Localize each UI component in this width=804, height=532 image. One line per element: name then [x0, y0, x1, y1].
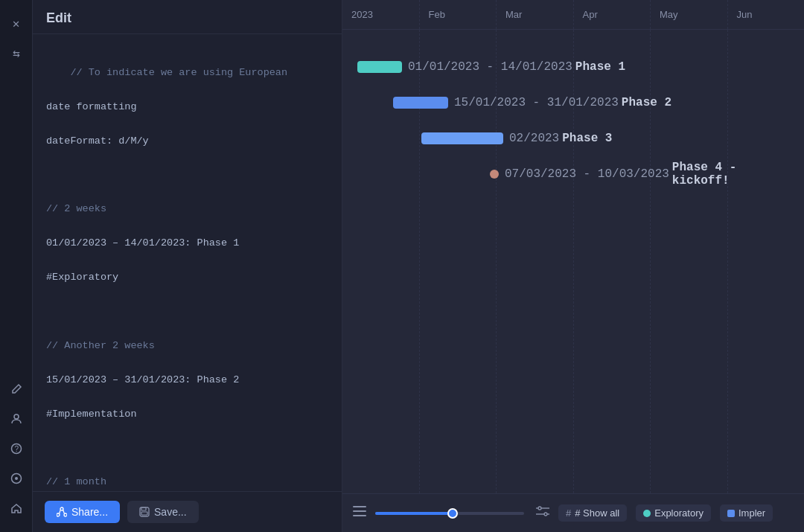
slider-thumb[interactable] [447, 508, 458, 519]
bar-phase1-label: 01/01/2023 - 14/01/2023 [408, 60, 572, 74]
gantt-row-phase4: 07/03/2023 - 10/03/2023 Phase 4 - kickof… [342, 158, 804, 190]
svg-point-0 [14, 414, 19, 419]
editor-footer: Share... Save... [33, 491, 342, 532]
gantt-row-phase1: 01/01/2023 - 14/01/2023 Phase 1 [342, 51, 804, 83]
slider-fill [375, 512, 457, 515]
exploratory-dot [643, 510, 651, 517]
svg-point-14 [538, 507, 541, 510]
svg-text:?: ? [14, 445, 19, 453]
gantt-footer: # # Show all Exploratory Impler [342, 493, 804, 532]
editor-title: Edit [33, 0, 342, 34]
hamburger-icon[interactable] [353, 506, 366, 520]
bar-phase1 [357, 61, 402, 73]
month-mar: Mar [497, 0, 574, 29]
implementation-label: Impler [738, 507, 765, 519]
show-all-label: # Show all [575, 507, 619, 519]
github-icon[interactable] [4, 467, 28, 490]
bar-phase2-name: Phase 2 [622, 96, 671, 109]
zoom-slider[interactable] [375, 512, 524, 515]
bar-phase3-label: 02/2023 [509, 132, 559, 145]
user-icon[interactable] [4, 407, 28, 431]
month-2023: 2023 [342, 0, 420, 29]
gantt-row-phase2: 15/01/2023 - 31/01/2023 Phase 2 [342, 86, 804, 119]
exploratory-tag[interactable]: Exploratory [636, 504, 711, 522]
bar-phase3 [421, 132, 503, 144]
sidebar-icons: ✕ ⇄ ? [0, 0, 33, 532]
gantt-header: 2023 Feb Mar Apr May Jun [342, 0, 804, 30]
exploratory-label: Exploratory [654, 507, 704, 519]
save-button[interactable]: Save... [127, 501, 199, 523]
svg-rect-11 [353, 506, 366, 507]
bar-phase4-label: 07/03/2023 - 10/03/2023 [505, 167, 669, 181]
hash-icon: # [566, 507, 571, 519]
show-all-tag[interactable]: # # Show all [558, 504, 627, 522]
implementation-tag[interactable]: Impler [720, 504, 773, 522]
share-icon [57, 507, 67, 517]
help-icon[interactable]: ? [4, 437, 28, 461]
bar-phase2-label: 15/01/2023 - 31/01/2023 [454, 96, 619, 109]
implementation-dot [727, 510, 735, 517]
save-icon [139, 507, 150, 517]
svg-point-4 [15, 477, 18, 480]
share-button[interactable]: Share... [45, 501, 120, 523]
bar-phase1-name: Phase 1 [575, 60, 625, 74]
home-icon[interactable] [4, 496, 28, 520]
svg-point-17 [544, 513, 547, 516]
bar-phase4-name: Phase 4 - kickoff! [672, 161, 797, 188]
month-apr: Apr [574, 0, 651, 29]
svg-rect-13 [353, 515, 366, 516]
month-jun: Jun [728, 0, 805, 29]
gantt-body: 01/01/2023 - 14/01/2023 Phase 1 15/01/20… [342, 30, 804, 493]
bar-phase2 [393, 97, 448, 109]
dot-phase4 [490, 170, 499, 179]
gantt-row-phase3: 02/2023 Phase 3 [342, 122, 804, 155]
svg-rect-12 [353, 510, 366, 512]
svg-point-6 [57, 513, 60, 516]
edit-icon[interactable] [4, 377, 28, 401]
month-feb: Feb [420, 0, 497, 29]
bar-phase3-name: Phase 3 [562, 132, 612, 145]
filter-icon[interactable] [536, 505, 549, 521]
refresh-icon[interactable]: ⇄ [4, 42, 28, 65]
month-may: May [651, 0, 728, 29]
editor-panel: Edit // To indicate we are using Europea… [33, 0, 342, 532]
svg-rect-10 [141, 512, 147, 515]
svg-point-5 [60, 507, 63, 510]
svg-point-7 [64, 513, 67, 516]
svg-rect-9 [141, 507, 146, 510]
editor-content[interactable]: // To indicate we are using European dat… [33, 34, 342, 491]
close-icon[interactable]: ✕ [4, 12, 28, 36]
gantt-panel: 2023 Feb Mar Apr May Jun 01/01/2023 - 14… [342, 0, 804, 532]
